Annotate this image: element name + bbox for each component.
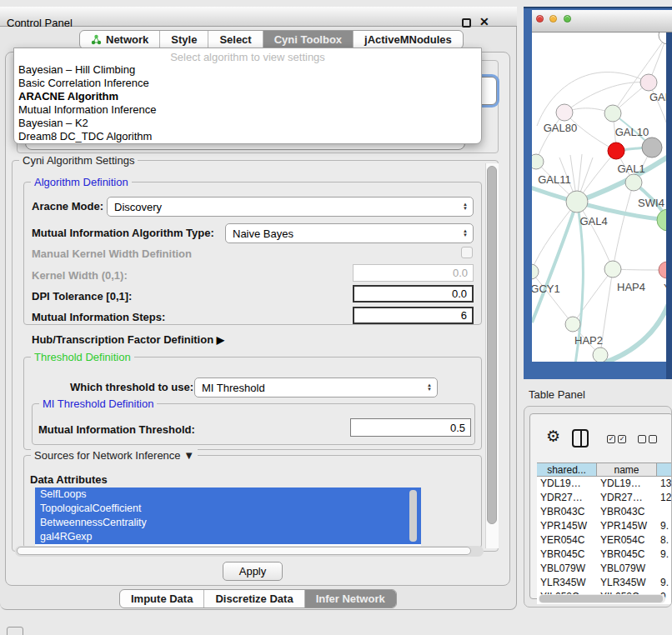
network-node-green-right[interactable] [657, 209, 666, 231]
table-row[interactable]: YER054CYER054C8. [537, 533, 672, 548]
zoom-traffic-light-icon[interactable] [564, 15, 571, 22]
table-cell [657, 562, 672, 576]
attribute-item-selfloops[interactable]: SelfLoops [35, 488, 421, 502]
algorithm-option-mutual-information-inference[interactable]: Mutual Information Inference [14, 103, 481, 117]
column-header-2[interactable] [657, 463, 672, 476]
tab-infer-network[interactable]: Infer Network [305, 590, 396, 608]
table-row[interactable]: YDL19…YDL19…13 [537, 477, 672, 491]
tab-jactivemnodules[interactable]: jActiveMNodules [354, 31, 463, 48]
table-horizontal-scrollbar-thumb[interactable] [539, 595, 663, 602]
kernel-width-input[interactable] [353, 264, 474, 282]
table-cell: YER054C [597, 533, 657, 548]
network-window-titlebar[interactable] [532, 10, 672, 32]
algorithm-option-aracne-algorithm[interactable]: ARACNE Algorithm [14, 90, 481, 103]
network-node-hap2[interactable] [565, 317, 580, 332]
network-node-gray-node[interactable] [642, 138, 662, 158]
table-cell: YBR045C [597, 548, 657, 562]
settings-horizontal-scrollbar[interactable] [15, 546, 484, 557]
tab-style[interactable]: Style [160, 31, 208, 48]
minimized-panel-icon[interactable] [7, 627, 23, 635]
manual-kernel-width-label: Manual Kernel Width Definition [32, 248, 192, 260]
table-row[interactable]: YBR045CYBR045C9. [537, 548, 672, 562]
which-threshold-select[interactable]: MI Threshold ▲▼ [194, 378, 438, 398]
network-graph[interactable]: GALGAL80GAL10GAL1GAL11SWI4GAL4GCY1HAP4YH… [532, 32, 666, 362]
attribute-item-topologicalcoefficient[interactable]: TopologicalCoefficient [35, 502, 421, 516]
table-row[interactable]: YLR345WYLR345W9. [537, 576, 672, 590]
gear-icon[interactable]: ⚙ [546, 427, 560, 446]
network-node-gal7-partial[interactable] [640, 74, 657, 91]
aracne-mode-value: Discovery [114, 201, 162, 213]
network-node-label-gal11: GAL11 [538, 173, 571, 186]
network-node-gal80[interactable] [556, 104, 573, 121]
apply-button[interactable]: Apply [223, 562, 283, 581]
network-node-gal10[interactable] [604, 105, 621, 122]
column-header-name[interactable]: name [597, 463, 657, 476]
aracne-mode-select[interactable]: Discovery ▲▼ [107, 197, 474, 217]
attribute-item-betweennesscentrality[interactable]: BetweennessCentrality [35, 516, 421, 530]
minimize-traffic-light-icon[interactable] [549, 15, 557, 22]
attribute-item-gal4rgexp[interactable]: gal4RGexp [35, 530, 421, 544]
float-window-icon[interactable] [462, 18, 471, 28]
algorithm-definition-title: Algorithm Definition [31, 176, 132, 188]
table-row[interactable]: YDR27…YDR27…12 [537, 491, 672, 505]
table-cell: 9. [657, 519, 672, 533]
manual-kernel-width-checkbox[interactable] [461, 247, 473, 258]
tab-label: jActiveMNodules [364, 33, 452, 46]
algorithm-option-bayesian-hill-climbing[interactable]: Bayesian – Hill Climbing [14, 63, 481, 77]
mi-threshold-input[interactable] [350, 418, 471, 437]
attributes-scrollbar-thumb[interactable] [409, 490, 417, 542]
close-traffic-light-icon[interactable] [536, 15, 544, 22]
network-node-gcy1[interactable] [532, 264, 539, 279]
table-cell: YBL079W [597, 562, 657, 576]
network-node-gal11[interactable] [532, 154, 544, 169]
which-threshold-value: MI Threshold [202, 382, 265, 394]
algorithm-option-dream8-dc-tdc-algorithm[interactable]: Dream8 DC_TDC Algorithm [14, 130, 481, 143]
algorithm-option-bayesian-k2[interactable]: Bayesian – K2 [14, 117, 481, 130]
table-row[interactable]: YBL079WYBL079W [537, 562, 672, 576]
network-icon [91, 34, 102, 45]
table-horizontal-scrollbar[interactable] [539, 594, 665, 603]
network-node-label-gal10: GAL10 [615, 126, 649, 138]
network-node-hap4[interactable] [604, 261, 621, 278]
tab-cyni-toolbox[interactable]: Cyni Toolbox [263, 31, 354, 48]
close-icon[interactable]: ✕ [479, 15, 489, 28]
checked-pair-icon[interactable]: ✓✓ [607, 435, 626, 443]
algorithm-popup-placeholder: Select algorithm to view settings [14, 48, 481, 63]
tab-discretize-data[interactable]: Discretize Data [204, 590, 304, 608]
tab-network[interactable]: Network [80, 31, 160, 48]
kernel-width-label: Kernel Width (0,1): [32, 269, 128, 282]
hub-section-toggle[interactable]: Hub/Transcription Factor Definition ▶ [32, 333, 224, 346]
dpi-tolerance-input[interactable] [353, 285, 474, 302]
algorithm-option-basic-correlation-inference[interactable]: Basic Correlation Inference [14, 77, 481, 90]
split-columns-icon[interactable] [572, 429, 589, 448]
network-edge [573, 269, 613, 324]
network-node-gal1[interactable] [608, 142, 624, 159]
table-cell: YDL19… [597, 477, 657, 491]
mi-steps-input[interactable] [353, 307, 474, 324]
mi-algorithm-type-select[interactable]: Naive Bayes ▲▼ [225, 223, 474, 243]
mi-threshold-definition-title: MI Threshold Definition [39, 398, 157, 410]
network-canvas[interactable]: GALGAL80GAL10GAL1GAL11SWI4GAL4GCY1HAP4YH… [532, 32, 666, 362]
table-row[interactable]: YBR043CYBR043C [537, 505, 672, 519]
network-node-bottom-partial[interactable] [593, 348, 608, 362]
network-node-salmon[interactable] [659, 262, 666, 278]
tab-impute-data[interactable]: Impute Data [120, 590, 204, 608]
network-node-partial-top[interactable] [659, 32, 666, 44]
network-node-gal4[interactable] [566, 191, 588, 212]
sources-title[interactable]: Sources for Network Inference ▼ [31, 449, 198, 462]
data-attributes-list[interactable]: SelfLoopsTopologicalCoefficientBetweenne… [35, 488, 421, 546]
network-node-label-gal7-partial: GAL [649, 91, 666, 103]
table-cell: 12 [657, 491, 672, 505]
control-panel-bottom-tabbar: Impute DataDiscretize DataInfer Network [119, 589, 397, 608]
tab-select[interactable]: Select [208, 31, 263, 48]
unchecked-pair-icon[interactable] [638, 435, 657, 443]
network-node-swi4[interactable] [625, 174, 642, 191]
settings-horizontal-scrollbar-thumb[interactable] [17, 547, 471, 555]
control-panel-titlebar[interactable]: Control Panel ✕ [0, 7, 517, 27]
combo-arrows-icon: ▲▼ [463, 202, 473, 211]
table-cell: YBR043C [537, 505, 597, 519]
table-row[interactable]: YPR145WYPR145W9. [537, 519, 672, 533]
settings-vertical-scrollbar-thumb[interactable] [487, 166, 497, 524]
node-table[interactable]: shared...name YDL19…YDL19…13YDR27…YDR27…… [537, 462, 672, 604]
column-header-shared[interactable]: shared... [537, 463, 597, 476]
